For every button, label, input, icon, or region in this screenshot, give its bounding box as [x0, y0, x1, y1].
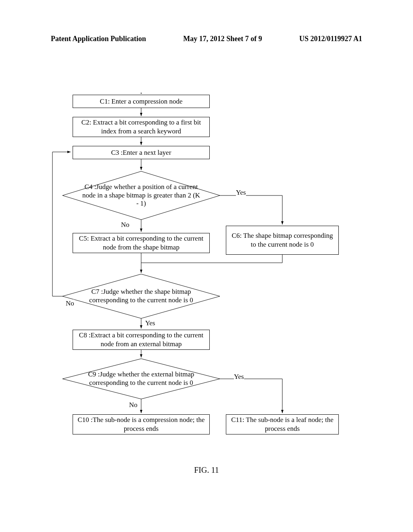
decision-c7: C7 :Judge whether the shape bitmap corre…: [63, 274, 220, 318]
header-right: US 2012/0119927 A1: [299, 35, 362, 43]
flowchart: C1: Enter a compression node C2: Extract…: [0, 93, 413, 472]
step-c5-text: C5: Extract a bit corresponding to the c…: [75, 234, 207, 252]
decision-c9-text: C9 :Judge whether the external bitmap co…: [63, 370, 220, 387]
step-c6: C6: The shape bitmap corresponding to th…: [226, 226, 339, 255]
label-c7-yes: Yes: [145, 319, 155, 327]
step-c2-text: C2: Extract a bit corresponding to a fir…: [75, 118, 207, 136]
figure-caption: FIG. 11: [0, 466, 413, 475]
step-c11-text: C11: The sub-node is a leaf node; the pr…: [229, 416, 336, 433]
header-left: Patent Application Publication: [51, 35, 146, 43]
decision-c7-text: C7 :Judge whether the shape bitmap corre…: [63, 288, 220, 304]
label-c9-yes: Yes: [234, 373, 244, 381]
step-c3-text: C3 :Enter a next layer: [111, 148, 171, 157]
label-c4-no: No: [121, 221, 129, 229]
step-c2: C2: Extract a bit corresponding to a fir…: [73, 117, 210, 137]
decision-c9: C9 :Judge whether the external bitmap co…: [63, 359, 220, 399]
header-center: May 17, 2012 Sheet 7 of 9: [183, 35, 262, 43]
decision-c4-text: C4 :Judge whether a position of a curren…: [63, 183, 220, 208]
page-header: Patent Application Publication May 17, 2…: [0, 35, 413, 43]
step-c11: C11: The sub-node is a leaf node; the pr…: [226, 414, 339, 434]
step-c8: C8 :Extract a bit corresponding to the c…: [73, 330, 210, 350]
label-c9-no: No: [129, 401, 138, 409]
step-c5: C5: Extract a bit corresponding to the c…: [73, 233, 210, 253]
step-c10-text: C10 :The sub-node is a compression node;…: [75, 416, 207, 433]
step-c3: C3 :Enter a next layer: [73, 146, 210, 159]
decision-c4: C4 :Judge whether a position of a curren…: [63, 171, 220, 220]
step-c1: C1: Enter a compression node: [73, 95, 210, 108]
label-c7-no: No: [66, 299, 74, 308]
step-c1-text: C1: Enter a compression node: [100, 97, 183, 106]
step-c10: C10 :The sub-node is a compression node;…: [73, 414, 210, 434]
step-c6-text: C6: The shape bitmap corresponding to th…: [229, 231, 336, 249]
step-c8-text: C8 :Extract a bit corresponding to the c…: [75, 331, 207, 349]
label-c4-yes: Yes: [236, 189, 246, 197]
